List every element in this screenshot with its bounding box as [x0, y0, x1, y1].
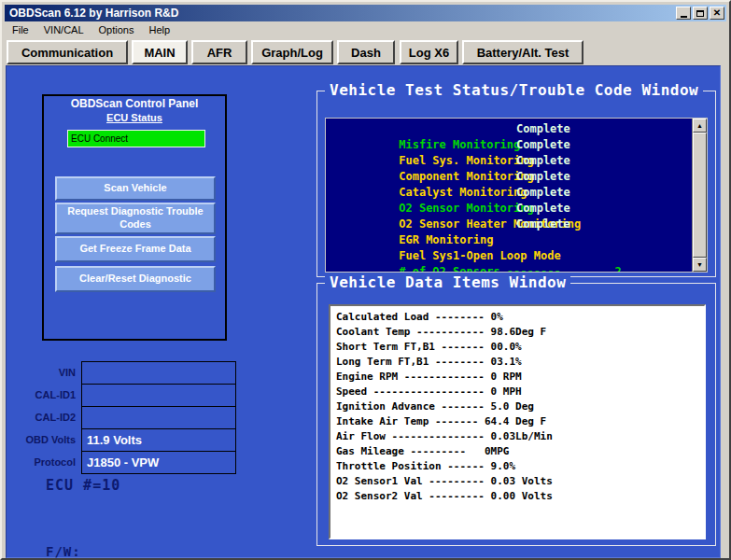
cal-id1-label: CAL-ID1: [10, 384, 76, 406]
tab-dash[interactable]: Dash: [337, 40, 395, 64]
cal-id1-row: CAL-ID1: [10, 384, 244, 406]
main-client-area: OBDScan Control Panel ECU Status ECU Con…: [6, 65, 721, 558]
ecu-connect-field[interactable]: ECU Connect: [67, 130, 205, 147]
control-panel: OBDScan Control Panel ECU Status ECU Con…: [42, 94, 227, 341]
data-item-row[interactable]: Gas Mileage --------- 0MPG: [336, 444, 704, 459]
tab-bar: Communication MAIN AFR Graph/Log Dash Lo…: [5, 38, 726, 65]
menu-help[interactable]: Help: [141, 22, 177, 37]
title-bar: OBDScan 6.12 by Harrison R&D ✕: [5, 5, 726, 21]
menu-vin-cal[interactable]: VIN/CAL: [36, 22, 91, 37]
data-item-row[interactable]: O2 Sensor2 Val --------- 0.00 Volts: [336, 489, 704, 504]
test-status-group: Vehicle Test Status/Trouble Code Window …: [316, 91, 716, 277]
test-status-row[interactable]: Fuel Sys1-Open Loop Mode: [326, 232, 707, 248]
test-status-listbox: Misfire Monitoring Complete Fuel Sys. Mo…: [325, 118, 708, 273]
scroll-down-icon[interactable]: ▼: [693, 258, 707, 272]
test-status-row[interactable]: # of O2 Sensors -------- 2: [326, 248, 707, 264]
close-icon: ✕: [713, 8, 721, 18]
tab-afr[interactable]: AFR: [191, 40, 247, 64]
data-item-row[interactable]: Speed ------------------ 0 MPH: [336, 385, 704, 399]
maximize-icon: [696, 10, 704, 17]
data-item-row[interactable]: O2 Sensor1 Val --------- 0.03 Volts: [336, 474, 704, 489]
data-items-group-title: Vehicle Data Items Window: [325, 273, 570, 291]
menu-file[interactable]: File: [5, 22, 36, 37]
test-status-row[interactable]: EGR Monitoring Complete: [326, 217, 707, 232]
scan-vehicle-button[interactable]: Scan Vehicle: [55, 176, 216, 201]
data-items-group: Vehicle Data Items Window Calculated Loa…: [316, 283, 716, 546]
test-status-row[interactable]: Catalyst Monitoring Complete: [326, 169, 707, 185]
tab-graph-log[interactable]: Graph/Log: [251, 40, 333, 64]
tab-battery-alt-test[interactable]: Battery/Alt. Test: [462, 40, 583, 64]
data-item-row[interactable]: Engine RPM ------------- 0 RPM: [336, 370, 704, 385]
minimize-button[interactable]: [676, 7, 691, 20]
window-title: OBDScan 6.12 by Harrison R&D: [9, 7, 178, 20]
data-item-row[interactable]: Coolant Temp ----------- 98.6Deg F: [336, 325, 704, 340]
firmware-label: F/W:: [46, 544, 81, 559]
test-status-value: Complete: [516, 201, 570, 217]
data-item-row[interactable]: Intake Air Temp ------- 64.4 Deg F: [336, 414, 704, 429]
ecu-status-label: ECU Status: [44, 112, 225, 123]
test-status-group-title: Vehicle Test Status/Trouble Code Window: [325, 81, 703, 99]
data-item-row[interactable]: Ignition Advance ------- 5.0 Deg: [336, 399, 704, 414]
data-item-row[interactable]: Short Term FT,B1 ------- 00.0%: [336, 340, 704, 355]
data-item-row[interactable]: Long Term FT,B1 -------- 03.1%: [336, 355, 704, 370]
tab-log-x6[interactable]: Log X6: [400, 40, 458, 64]
obd-volts-field[interactable]: 11.9 Volts: [81, 428, 236, 452]
test-status-value: Complete: [516, 121, 570, 137]
data-item-row[interactable]: Throttle Position ------ 9.0%: [336, 459, 704, 474]
ecu-number-label: ECU #=10: [46, 477, 120, 494]
test-status-row[interactable]: Misfire Monitoring Complete: [326, 121, 707, 137]
test-status-value: Complete: [516, 137, 570, 153]
test-status-value: Complete: [516, 169, 570, 185]
test-status-value: Complete: [516, 153, 570, 169]
test-status-value: Complete: [516, 185, 570, 201]
vin-label: VIN: [10, 361, 76, 384]
obd-volts-label: OBD Volts: [10, 428, 76, 451]
test-status-scrollbar[interactable]: ▲ ▼: [692, 119, 707, 272]
scroll-up-icon[interactable]: ▲: [693, 119, 707, 133]
data-item-row[interactable]: Calculated Load -------- 0%: [336, 310, 704, 325]
protocol-label: Protocol: [10, 451, 76, 473]
window-controls: ✕: [676, 7, 726, 20]
test-status-row[interactable]: Fuel Sys. Monitoring Complete: [326, 137, 707, 153]
test-status-row[interactable]: Component Monitoring Complete: [326, 153, 707, 169]
test-status-row[interactable]: O2 Sensor Heater Monitoring Complete: [326, 201, 707, 217]
test-status-row[interactable]: O2 Sensor Monitoring Complete: [326, 185, 707, 201]
vin-field[interactable]: [81, 361, 236, 385]
scrollbar-thumb[interactable]: [693, 133, 707, 258]
clear-reset-button[interactable]: Clear/Reset Diagnostic: [55, 266, 216, 292]
cal-id2-field[interactable]: [81, 406, 236, 429]
test-status-row[interactable]: OBDII: [326, 264, 707, 273]
maximize-button[interactable]: [693, 7, 708, 20]
cal-id2-label: CAL-ID2: [10, 406, 76, 428]
control-panel-title: OBDScan Control Panel: [44, 97, 225, 110]
minimize-icon: [681, 16, 687, 18]
protocol-row: Protocol J1850 - VPW: [10, 451, 244, 473]
cal-id2-row: CAL-ID2: [10, 406, 244, 428]
request-dtc-button[interactable]: Request Diagnostic Trouble Codes: [55, 203, 216, 234]
get-freeze-frame-button[interactable]: Get Freeze Frame Data: [55, 236, 216, 262]
tab-communication[interactable]: Communication: [7, 40, 128, 64]
protocol-field[interactable]: J1850 - VPW: [81, 451, 236, 474]
menu-bar: File VIN/CAL Options Help: [5, 21, 726, 38]
obd-volts-row: OBD Volts 11.9 Volts: [10, 428, 244, 451]
test-status-value: Complete: [516, 217, 570, 232]
vin-row: VIN: [10, 361, 244, 384]
data-item-row[interactable]: Air Flow --------------- 0.03Lb/Min: [336, 429, 704, 444]
data-items-listbox: Calculated Load -------- 0% Coolant Temp…: [329, 304, 706, 539]
tab-main[interactable]: MAIN: [132, 40, 188, 64]
cal-id1-field[interactable]: [81, 384, 236, 407]
close-button[interactable]: ✕: [710, 7, 724, 20]
menu-options[interactable]: Options: [91, 22, 142, 37]
app-window: OBDScan 6.12 by Harrison R&D ✕ File VIN/…: [0, 0, 731, 560]
